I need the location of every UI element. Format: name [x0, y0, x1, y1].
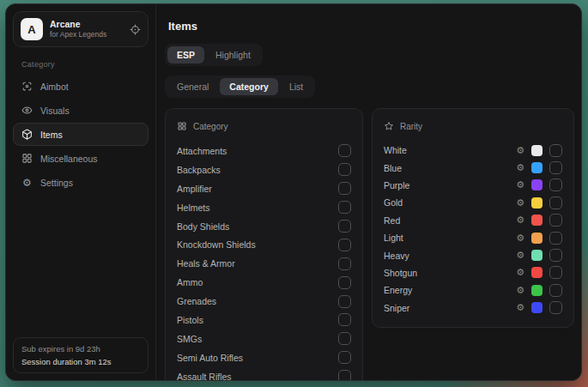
- crosshair-scan-icon: [21, 81, 33, 92]
- rarity-panel-title: Rarity: [400, 122, 422, 131]
- rarity-item-label: Sniper: [384, 303, 409, 313]
- category-list: Attachments Backpacks Amplifier Helmets …: [177, 142, 351, 380]
- category-item-label: Helmets: [177, 203, 210, 213]
- sub-expiry-text: Sub expires in 9d 23h: [21, 344, 140, 354]
- rarity-checkbox[interactable]: [549, 178, 562, 191]
- category-row: Assault Rifles: [177, 367, 351, 380]
- category-checkbox[interactable]: [338, 313, 351, 326]
- category-row: Grenades: [177, 292, 351, 311]
- category-checkbox[interactable]: [338, 182, 351, 195]
- rarity-checkbox[interactable]: [549, 249, 562, 262]
- rarity-color-swatch[interactable]: [531, 162, 543, 173]
- category-checkbox[interactable]: [338, 295, 351, 308]
- rarity-settings-gear-icon[interactable]: ⚙: [516, 233, 524, 243]
- sidebar-item-visuals[interactable]: Visuals: [13, 99, 149, 122]
- main-content: Items ESP Highlight General Category Lis…: [156, 4, 581, 380]
- tab-category[interactable]: Category: [220, 78, 278, 95]
- category-checkbox[interactable]: [338, 351, 351, 364]
- category-checkbox[interactable]: [338, 201, 351, 214]
- sidebar-item-label: Miscellaneous: [40, 154, 98, 164]
- tab-esp[interactable]: ESP: [167, 46, 204, 63]
- rarity-color-swatch[interactable]: [531, 267, 543, 278]
- rarity-row: Gold ⚙: [384, 194, 562, 211]
- rarity-color-swatch[interactable]: [531, 145, 543, 156]
- star-icon: [384, 121, 394, 131]
- rarity-color-swatch[interactable]: [531, 285, 543, 296]
- sidebar-item-items[interactable]: Items: [13, 123, 149, 146]
- rarity-checkbox[interactable]: [549, 214, 562, 227]
- rarity-color-swatch[interactable]: [531, 215, 543, 226]
- sidebar-item-label: Aimbot: [40, 82, 69, 92]
- tab-general[interactable]: General: [167, 78, 218, 95]
- tab-list[interactable]: List: [280, 78, 312, 95]
- sidebar-item-settings[interactable]: ⚙ Settings: [13, 171, 149, 194]
- rarity-item-label: White: [384, 145, 407, 155]
- session-duration-text: Session duration 3m 12s: [21, 357, 140, 366]
- rarity-row: Shotgun ⚙: [384, 264, 562, 281]
- sidebar-item-aimbot[interactable]: Aimbot: [13, 75, 149, 98]
- category-row: Amplifier: [177, 179, 351, 198]
- category-checkbox[interactable]: [338, 220, 351, 233]
- rarity-color-swatch[interactable]: [531, 197, 543, 209]
- category-checkbox[interactable]: [338, 276, 351, 289]
- sidebar-item-label: Items: [40, 130, 63, 140]
- rarity-checkbox[interactable]: [549, 284, 562, 297]
- category-row: Knockdown Shields: [177, 235, 351, 254]
- rarity-settings-gear-icon[interactable]: ⚙: [516, 268, 524, 277]
- rarity-settings-gear-icon[interactable]: ⚙: [516, 163, 524, 172]
- view-tab-group: General Category List: [165, 76, 315, 98]
- rarity-item-label: Shotgun: [384, 268, 417, 278]
- category-row: Helmets: [177, 198, 351, 217]
- rarity-color-swatch[interactable]: [531, 179, 543, 190]
- crosshair-target-icon[interactable]: [130, 24, 141, 35]
- rarity-checkbox[interactable]: [549, 161, 562, 174]
- rarity-checkbox[interactable]: [549, 301, 562, 314]
- rarity-list: White ⚙ Blue ⚙ Purple ⚙ Gold ⚙ Red: [384, 142, 562, 317]
- rarity-color-swatch[interactable]: [531, 250, 543, 261]
- rarity-settings-gear-icon[interactable]: ⚙: [516, 303, 524, 312]
- category-checkbox[interactable]: [338, 332, 351, 345]
- rarity-item-label: Energy: [384, 285, 412, 295]
- category-row: Semi Auto Rifles: [177, 348, 351, 367]
- category-item-label: Attachments: [177, 146, 227, 156]
- rarity-item-label: Red: [384, 215, 400, 226]
- sidebar-item-miscellaneous[interactable]: Miscellaneous: [13, 147, 149, 170]
- rarity-row: Blue ⚙: [384, 159, 562, 176]
- rarity-panel: Rarity White ⚙ Blue ⚙ Purple ⚙ Gold ⚙: [372, 108, 574, 328]
- desktop-background: A Arcane for Apex Legends Category: [0, 0, 588, 387]
- sidebar-item-label: Visuals: [40, 106, 70, 116]
- rarity-color-swatch[interactable]: [531, 233, 543, 244]
- rarity-settings-gear-icon[interactable]: ⚙: [516, 198, 524, 208]
- rarity-settings-gear-icon[interactable]: ⚙: [516, 251, 524, 260]
- tab-highlight[interactable]: Highlight: [206, 46, 260, 63]
- rarity-settings-gear-icon[interactable]: ⚙: [516, 215, 524, 225]
- category-checkbox[interactable]: [338, 257, 351, 270]
- category-checkbox[interactable]: [338, 239, 351, 251]
- rarity-checkbox[interactable]: [549, 266, 562, 279]
- category-checkbox[interactable]: [338, 163, 351, 176]
- rarity-checkbox[interactable]: [549, 232, 562, 245]
- category-checkbox[interactable]: [338, 144, 351, 157]
- category-item-label: SMGs: [177, 334, 202, 344]
- rarity-checkbox[interactable]: [549, 197, 562, 209]
- rarity-panel-header: Rarity: [384, 118, 562, 135]
- category-item-label: Backpacks: [177, 165, 221, 175]
- rarity-row: Light ⚙: [384, 229, 562, 246]
- panels-row: Category Attachments Backpacks Amplifier…: [165, 108, 571, 380]
- rarity-item-label: Purple: [384, 180, 409, 190]
- rarity-color-swatch[interactable]: [531, 302, 543, 313]
- rarity-settings-gear-icon[interactable]: ⚙: [516, 286, 524, 295]
- sidebar: A Arcane for Apex Legends Category: [6, 4, 156, 380]
- category-checkbox[interactable]: [338, 370, 351, 380]
- rarity-settings-gear-icon[interactable]: ⚙: [516, 146, 524, 155]
- category-row: Backpacks: [177, 160, 351, 179]
- rarity-row: Purple ⚙: [384, 177, 562, 194]
- rarity-settings-gear-icon[interactable]: ⚙: [516, 180, 524, 190]
- rarity-row: White ⚙: [384, 142, 562, 159]
- category-item-label: Assault Rifles: [177, 372, 232, 380]
- category-item-label: Semi Auto Rifles: [177, 353, 243, 363]
- sidebar-section-label: Category: [21, 60, 140, 69]
- rarity-checkbox[interactable]: [549, 144, 562, 157]
- category-panel-title: Category: [193, 122, 228, 131]
- app-window: A Arcane for Apex Legends Category: [5, 3, 582, 381]
